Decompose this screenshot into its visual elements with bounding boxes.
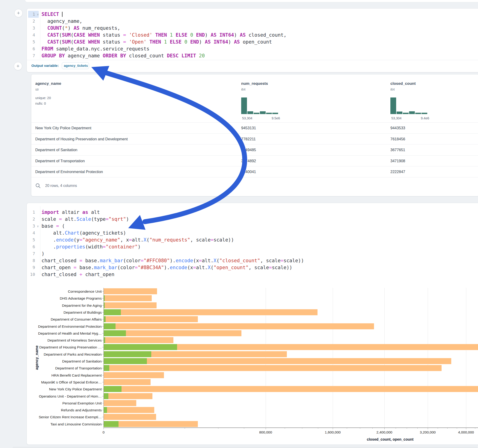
table-cell: 2222847 (390, 166, 405, 177)
table-cell: 9453131 (241, 123, 256, 133)
line-number: 5 (28, 38, 39, 45)
previous-cell-remnant (25, 0, 478, 2)
histogram-min-label: 53,304 (391, 116, 402, 120)
line-number: 6 (28, 45, 39, 52)
code-line[interactable]: CAST(SUM(CASE WHEN status = 'Closed' THE… (42, 31, 286, 38)
histogram-bar (390, 98, 396, 114)
line-number: 2 (28, 216, 39, 223)
output-variable-pill[interactable]: agency_tickets (62, 62, 89, 69)
code-line[interactable]: alt.Chart(agency_tickets) (42, 230, 126, 236)
histogram-bar (247, 111, 253, 114)
line-number: 8 (28, 257, 39, 264)
add-cell-button-middle[interactable]: + (14, 62, 22, 70)
line-number: 6 (28, 243, 39, 250)
histogram-bar (254, 113, 259, 114)
table-cell: Department of Transportation (35, 156, 85, 166)
column-name[interactable]: num_requests (241, 81, 268, 86)
histogram-bar (266, 113, 272, 114)
line-number: 3 (28, 25, 39, 31)
code-line[interactable]: .encode(y="agency_name", x=alt.X("num_re… (42, 236, 234, 243)
table-cell: 3471908 (390, 156, 405, 166)
column-histogram (241, 98, 280, 114)
column-name[interactable]: agency_name (35, 81, 61, 86)
code-line[interactable]: COUNT(*) AS num_requests, (42, 25, 120, 31)
output-variable-label: Output variable: (31, 64, 59, 68)
histogram-max-label: 9.5e6 (272, 116, 280, 120)
line-number: 4 (28, 230, 39, 236)
table-search[interactable] (35, 183, 41, 189)
table-row: Department of Sanitation37494853677651 (31, 144, 478, 155)
histogram-bar (421, 113, 427, 114)
table-cell: 7618456 (390, 134, 405, 144)
table-cell: New York City Police Department (35, 123, 91, 133)
table-cell: 3774892 (241, 156, 256, 166)
column-type: i64 (390, 87, 395, 91)
line-number: 1∨ (28, 11, 39, 18)
line-number: 2 (28, 18, 39, 25)
table-row: Department of Housing Preservation and D… (31, 133, 478, 144)
code-line[interactable]: GROUP BY agency_name ORDER BY closed_cou… (42, 52, 205, 59)
histogram-bar (409, 111, 415, 114)
column-stat: nulls: 0 (35, 102, 46, 105)
code-line[interactable]: agency_name, (42, 18, 82, 25)
code-line[interactable]: chart_open = base.mark_bar(color="#8BC34… (42, 264, 292, 271)
dataframe-preview: agency_namestrunique: 20nulls: 0num_requ… (31, 74, 478, 196)
histogram-bar (396, 112, 402, 114)
line-number: 9 (28, 264, 39, 271)
table-cell: 9443533 (390, 123, 405, 133)
histogram-bar (415, 113, 421, 114)
code-line[interactable]: SELECT (42, 11, 63, 18)
line-number: 3∨ (28, 223, 39, 230)
code-line[interactable]: chart_closed + chart_open (42, 271, 114, 278)
table-row: Department of Environmental Protection22… (31, 166, 478, 177)
table-cell: 3749485 (241, 144, 256, 155)
histogram-min-label: 53,304 (242, 116, 252, 120)
code-line[interactable]: FROM sample_data.nyc.service_requests (42, 45, 149, 52)
code-line[interactable]: import altair as alt (42, 209, 100, 216)
table-cell: Department of Environmental Protection (35, 166, 103, 177)
notebook-page: + + 1∨SELECT 2 agency_name,3 COUNT(*) AS… (0, 0, 478, 448)
histogram-bar (260, 111, 266, 114)
collapse-chevron-icon[interactable]: ∨ (35, 11, 39, 18)
sql-cell: 1∨SELECT 2 agency_name,3 COUNT(*) AS num… (26, 8, 478, 72)
table-row: Department of Transportation377489234719… (31, 155, 478, 166)
code-line[interactable]: CAST(SUM(CASE WHEN status = 'Open' THEN … (42, 38, 272, 45)
table-cell: 7782211 (241, 134, 256, 144)
code-line[interactable]: chart_closed = base.mark_bar(color="#FFC… (42, 257, 304, 264)
table-row: New York City Police Department945313194… (31, 122, 478, 133)
line-number: 1 (28, 209, 39, 216)
line-number: 4 (28, 31, 39, 38)
line-number: 5 (28, 236, 39, 243)
line-number: 7 (28, 52, 39, 59)
table-cell: Department of Sanitation (35, 144, 77, 155)
code-line[interactable]: scale = alt.Scale(type="sqrt") (42, 216, 129, 223)
code-line[interactable]: ) (42, 250, 44, 257)
column-histogram (390, 98, 430, 114)
histogram-bar (241, 98, 247, 114)
next-section-edge (12, 447, 478, 448)
table-cell: Department of Housing Preservation and D… (35, 134, 128, 144)
add-cell-button-top[interactable]: + (14, 9, 23, 17)
code-line[interactable]: .properties(width="container") (42, 243, 141, 250)
histogram-bar (272, 113, 278, 114)
output-variable-row: Output variable: agency_tickets (27, 60, 478, 72)
column-name[interactable]: closed_count (390, 81, 416, 86)
histogram-max-label: 9.4e6 (421, 116, 429, 120)
gutter-separator (40, 10, 40, 59)
histogram-bar (403, 113, 409, 114)
collapse-chevron-icon[interactable]: ∨ (35, 223, 39, 230)
table-bottom-border (31, 177, 478, 177)
column-stat: unique: 20 (35, 96, 51, 100)
gutter-separator (40, 206, 40, 275)
python-cell: 1 import altair as alt2 scale = alt.Scal… (26, 203, 478, 445)
line-number: 10 (28, 271, 39, 278)
search-icon[interactable] (35, 183, 41, 188)
text-cursor (62, 12, 63, 17)
line-number: 7 (28, 250, 39, 257)
code-line[interactable]: base = ( (42, 223, 65, 230)
column-type: i64 (241, 87, 245, 91)
table-cell: 3677651 (390, 144, 405, 155)
table-dimensions: 20 rows, 4 columns (45, 184, 77, 188)
column-type: str (35, 87, 39, 91)
table-cell: 2240041 (241, 166, 256, 177)
